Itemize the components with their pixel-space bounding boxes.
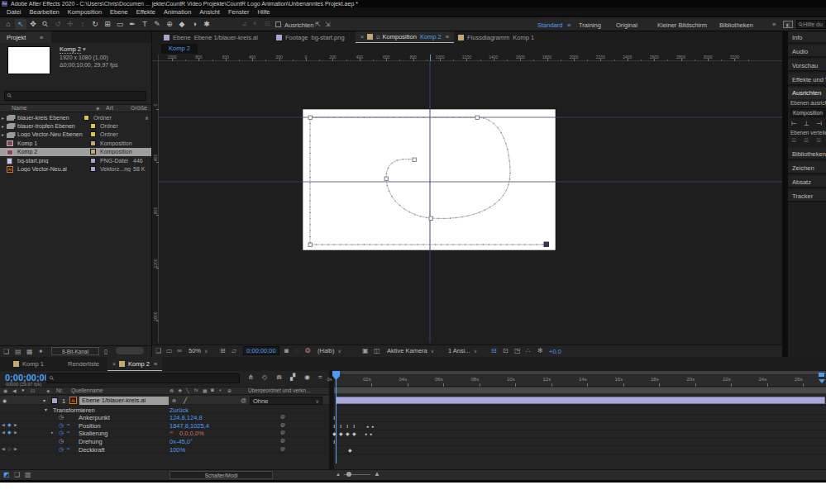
align-center-h-icon[interactable]: ⊥ <box>804 120 809 127</box>
property-value-ankerpunkt[interactable]: 124,8,124,8 <box>169 414 203 421</box>
workspace-bibliotheken[interactable]: Bibliotheken <box>719 21 753 29</box>
transparency-grid-icon[interactable]: ◫ <box>374 347 380 354</box>
mask-visibility-icon[interactable]: ▱ <box>232 347 236 354</box>
menu-fenster[interactable]: Fenster <box>224 7 253 17</box>
always-preview-icon[interactable]: ❏ <box>155 347 161 354</box>
ruler-corner[interactable] <box>152 55 159 61</box>
property-expander-icon[interactable]: ▸ <box>51 430 54 435</box>
help-search-box[interactable]: ⚲ <box>796 20 826 29</box>
prev-keyframe-arrow[interactable]: ◀ <box>2 430 5 435</box>
workspace-original[interactable]: Original <box>616 21 637 29</box>
keyframe-toggle-diamond[interactable]: ◆ <box>7 421 12 427</box>
motion-blur-icon[interactable]: ◉ <box>304 373 310 381</box>
project-item-name[interactable]: Logo Vector-Neu Ebenen <box>17 131 90 137</box>
keyframe-diamond[interactable]: ◆ <box>352 430 356 436</box>
region-of-interest-icon[interactable]: ▣ <box>362 347 369 354</box>
next-keyframe-arrow[interactable]: ▶ <box>14 430 17 435</box>
resolution-dropdown[interactable]: (Halb)∨ <box>318 346 357 355</box>
channels-icon[interactable]: ❂ <box>305 347 311 354</box>
mirror-views-icon[interactable]: ∞ <box>177 347 182 354</box>
snap-label[interactable]: Ausrichten <box>284 21 313 29</box>
layer-quality-icon[interactable]: ╱ <box>184 397 187 404</box>
property-label-drehung[interactable]: Drehung <box>79 438 103 445</box>
eraser-tool[interactable]: ◆ <box>176 19 188 30</box>
stopwatch-icon[interactable]: ◷ <box>59 446 64 453</box>
project-item-name[interactable]: blauer-kreis Ebenen <box>17 115 84 121</box>
type-tool[interactable]: T <box>139 19 150 30</box>
hide-shy-icon[interactable]: ⋒ <box>276 373 282 381</box>
interpret-footage-icon[interactable]: ❏ <box>3 348 9 355</box>
prev-keyframe-arrow[interactable]: ◀ <box>2 446 5 451</box>
group-twirl-icon[interactable]: ▾ <box>45 407 47 412</box>
timeline-tab-komp-2[interactable]: ×Komp 2≡ <box>107 357 162 371</box>
layer-twirl-icon[interactable]: ▾ <box>43 397 45 403</box>
lock-icon[interactable]: Ω <box>376 35 380 40</box>
project-tab-label[interactable]: Projekt <box>7 34 26 41</box>
layer-visibility-icon[interactable]: ◉ <box>2 397 7 403</box>
menu-effekte[interactable]: Effekte <box>132 7 160 17</box>
right-tab-zeichen[interactable]: Zeichen <box>788 162 826 174</box>
view-layout-dropdown[interactable]: 1 Ansi...∨ <box>448 346 485 355</box>
rotation-tool[interactable]: ↻ <box>89 19 101 30</box>
property-label-ankerpunkt[interactable]: Ankerpunkt <box>79 414 110 421</box>
next-keyframe-arrow[interactable]: ▶ <box>14 422 17 427</box>
project-row[interactable]: ▸Logo Vector-Neu EbenenOrdner <box>0 131 151 139</box>
layer-parent-dropdown[interactable]: Ohne ∨ <box>250 397 322 405</box>
timeline-tab-renderliste[interactable]: Renderliste <box>63 357 104 371</box>
expand-layers-icon[interactable]: ◩ <box>3 471 10 478</box>
link-dimensions-icon[interactable]: ∞ <box>169 430 173 435</box>
viewer-tab-footage[interactable]: Footagebg-start.png <box>271 31 350 43</box>
workspace-more-icon[interactable]: » <box>772 21 776 28</box>
project-search-box[interactable]: ⚲ <box>4 91 146 101</box>
keyframe-diamond[interactable]: ◆ <box>348 447 352 453</box>
keyframe-ibeam[interactable]: I <box>353 423 355 430</box>
new-folder-icon[interactable]: ▤ <box>15 348 21 355</box>
right-panel-ausrichten-header[interactable]: Ausrichten <box>788 88 826 99</box>
label-color-chip[interactable] <box>90 131 96 137</box>
work-area-bar[interactable] <box>334 387 826 394</box>
project-col-type[interactable]: Art <box>106 105 113 111</box>
align-left-icon[interactable]: ⊢ <box>791 120 797 127</box>
zoom-in-mountain-icon[interactable]: ▲ <box>374 470 380 478</box>
transform-reset-link[interactable]: Zurück <box>169 407 189 414</box>
help-search-input[interactable] <box>803 21 824 27</box>
menu-komposition[interactable]: Komposition <box>64 7 106 17</box>
column-parent[interactable]: Übergeordnet und verkn... <box>248 388 327 393</box>
stopwatch-icon[interactable]: ◷ <box>59 422 64 429</box>
exposure-reset-icon[interactable]: ✻ <box>537 347 543 354</box>
align-target-dropdown[interactable]: Komposition <box>790 108 825 117</box>
zoom-dropdown[interactable]: 50%∨ <box>189 346 215 355</box>
project-row[interactable]: Komp 2Komposition <box>0 148 151 156</box>
property-pickwhip-icon[interactable]: @ <box>280 422 285 427</box>
distribute-top-icon[interactable]: ☰ <box>791 137 796 144</box>
project-flowchart-icon[interactable]: ✦ <box>38 348 44 355</box>
viewer-timecode[interactable]: 0;00;00;00 <box>243 346 279 355</box>
viewer-tab-ebene[interactable]: EbeneEbene 1/blauer-kreis.ai <box>159 31 263 43</box>
expander-icon[interactable]: ▸ <box>0 123 7 129</box>
viewer-tab-komposition[interactable]: ×ΩKompositionKomp 2≡ <box>356 31 454 43</box>
timeline-jump-icon[interactable]: ◳ <box>514 347 521 354</box>
transform-group-label[interactable]: Transformieren <box>53 407 95 414</box>
property-pickwhip-icon[interactable]: @ <box>280 430 285 435</box>
snapshot-icon[interactable]: ◙ <box>284 347 289 354</box>
property-pickwhip-icon[interactable]: @ <box>280 414 285 419</box>
property-label-position[interactable]: Position <box>79 422 101 430</box>
grid-options-icon[interactable]: ⇲ <box>325 21 331 28</box>
keyframe-round[interactable]: ● <box>365 431 367 436</box>
project-item-name[interactable]: blauer-tropfen Ebenen <box>17 123 90 129</box>
keyframe-toggle-diamond[interactable]: ◇ <box>7 445 12 451</box>
axis-mode-icon-1[interactable]: ⌖ <box>253 20 257 28</box>
property-value-drehung[interactable]: 0x-45,0° <box>169 438 193 445</box>
home-tool[interactable]: ⌂ <box>2 19 14 30</box>
menu-ebene[interactable]: Ebene <box>106 7 132 17</box>
layer-duration-bar[interactable] <box>336 397 825 404</box>
property-label-deckkraft[interactable]: Deckkraft <box>79 446 105 454</box>
pan-behind-tool[interactable]: ⊞ <box>102 19 113 30</box>
axis-mode-icon-0[interactable]: ⊿ <box>241 20 247 27</box>
property-value-deckkraft[interactable]: 100% <box>169 446 185 454</box>
distribute-bottom-icon[interactable]: ☰ <box>816 137 821 144</box>
column-source[interactable]: Quellenname <box>71 388 103 393</box>
label-color-chip[interactable] <box>90 123 96 129</box>
camera-dropdown[interactable]: Aktive Kamera∨ <box>387 346 442 355</box>
workspace-manage-icon[interactable]: ◧ <box>783 21 793 28</box>
